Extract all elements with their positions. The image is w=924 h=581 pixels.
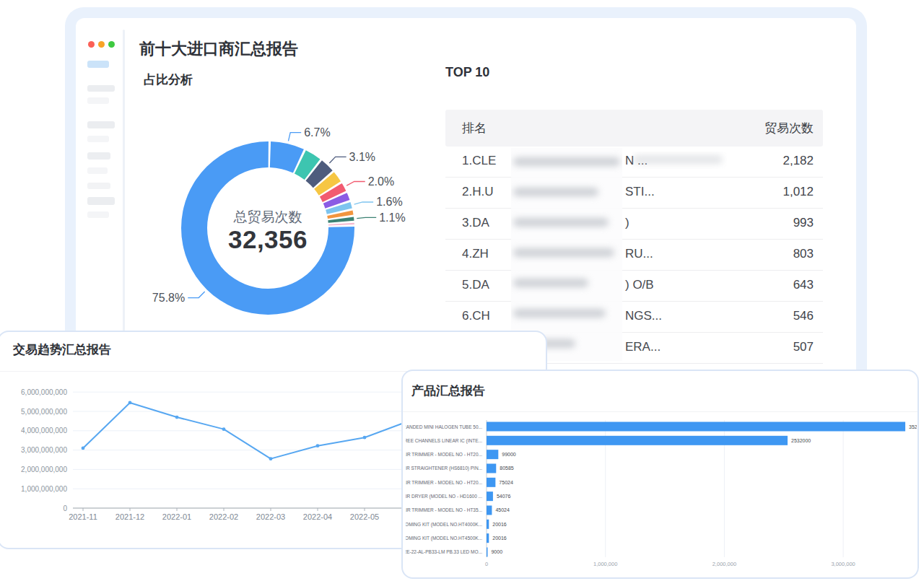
bar: [487, 450, 498, 459]
y-axis-tick-label: 4,000,000,000: [21, 427, 67, 434]
redacted-text: [513, 218, 609, 227]
sidebar-item-skeleton: [87, 85, 115, 92]
redacted-text: [513, 248, 614, 257]
bar: [487, 505, 492, 515]
x-axis-tick-label: 2021-12: [116, 512, 144, 521]
trade-count: 643: [793, 278, 814, 292]
bar: [487, 492, 493, 501]
column-header-trades: 贸易次数: [764, 120, 814, 136]
x-axis-tick-label: 2022-01: [162, 512, 191, 521]
redacted-blur-extra: [632, 152, 727, 169]
redacted-text: [513, 188, 598, 196]
donut-center-value: 32,356: [196, 225, 340, 254]
donut-callout-line: [329, 157, 346, 163]
bar-category-label: HRE-22-AL-PB33-LM PB.33 LED MO...: [406, 549, 482, 554]
bar-value-label: 45024: [495, 507, 510, 512]
sidebar-item-skeleton: [87, 167, 108, 174]
bar-category-label: HAIR TRIMMER - MODEL NO - HT35...: [406, 507, 482, 512]
product-window-title: 产品汇总报告: [411, 383, 485, 399]
minimize-window-dot[interactable]: [98, 41, 105, 48]
bar: [487, 463, 496, 473]
trend-window-title: 交易趋势汇总报告: [13, 341, 111, 358]
donut-callout-line: [188, 292, 204, 298]
bar-value-label: 20016: [492, 522, 507, 527]
bar-value-label: 9000: [491, 549, 502, 554]
importer-name-suffix: ): [625, 216, 629, 230]
bar: [487, 520, 489, 529]
importer-name-prefix: 1.CLE: [462, 154, 496, 168]
y-axis-tick-label: 6,000,000,000: [21, 388, 67, 396]
trade-count: 2,182: [783, 154, 814, 168]
sidebar-item-skeleton: [87, 97, 109, 104]
trade-count: 507: [793, 340, 814, 354]
data-point: [175, 416, 179, 419]
x-axis-tick-label: 1,000,000: [593, 561, 617, 567]
data-point: [269, 457, 273, 460]
bar: [487, 422, 905, 432]
data-point: [82, 447, 85, 450]
column-header-rank: 排名: [462, 120, 487, 136]
redacted-text: [513, 157, 620, 166]
bar-category-label: HAIR TRIMMER - MODEL NO - HT20...: [406, 480, 482, 485]
sidebar-item-skeleton: [87, 197, 115, 205]
importer-name-prefix: 2.H.U: [462, 185, 493, 199]
redacted-text: [513, 309, 606, 318]
y-axis-tick-label: 1,000,000,000: [21, 485, 67, 493]
sidebar-item-skeleton: [87, 136, 109, 142]
y-axis-tick-label: 2,000,000,000: [21, 466, 67, 473]
bar-value-label: 20016: [492, 536, 507, 541]
trade-count: 1,012: [783, 185, 814, 199]
importer-name-prefix: 5.DA: [462, 278, 489, 292]
data-point: [128, 401, 132, 405]
redacted-blur-band: [511, 148, 622, 361]
x-axis-tick-label: 0: [485, 561, 488, 567]
product-bar-chart: 01,000,0002,000,0003,000,000UNBRANDED MI…: [406, 419, 917, 576]
y-axis-tick-label: 3,000,000,000: [21, 446, 67, 454]
x-axis-tick-label: 2022-03: [256, 512, 285, 521]
top10-table-header: 排名 贸易次数: [445, 110, 823, 147]
donut-slice-label: 6.7%: [304, 126, 330, 139]
table-row: 4.ZHRU...803: [445, 240, 823, 271]
donut-center-label: 总贸易次数: [196, 208, 340, 227]
bar-category-label: HAIR DRYER (MODEL NO - HD1600 ...: [406, 494, 482, 499]
sidebar-item-skeleton: [87, 121, 115, 128]
table-row: 6.CHNGS...546: [445, 302, 823, 333]
desktop: 前十大进口商汇总报告 占比分析 6.7%3.1%2.0%1.6%1.1%75.8…: [0, 0, 924, 581]
maximize-window-dot[interactable]: [108, 41, 115, 48]
bar-value-label: 99000: [502, 452, 516, 457]
bar-value-label: 75024: [499, 480, 513, 485]
donut-callout-line: [357, 217, 376, 218]
top10-table: 排名 贸易次数 1.CLEN ...2,1822.H.USTI...1,0123…: [445, 110, 823, 364]
donut-slice-label: 1.1%: [379, 211, 405, 224]
bar-category-label: GROOMING KIT (MODEL NO.HT4500K...: [406, 536, 482, 541]
sidebar-item-active-skeleton: [87, 61, 109, 68]
importer-name-prefix: 4.ZH: [462, 247, 489, 261]
donut-slice-label: 1.6%: [376, 196, 402, 208]
table-row: 2.H.USTI...1,012: [445, 178, 823, 209]
bar: [487, 533, 489, 543]
data-point: [363, 436, 367, 440]
divider: [403, 411, 918, 412]
trade-count: 993: [793, 216, 814, 230]
importer-name-suffix: RU...: [625, 247, 653, 261]
donut-slice-label: 3.1%: [349, 151, 375, 163]
close-window-dot[interactable]: [88, 41, 95, 48]
bar-category-label: HAIR TRIMMER - MODEL NO - HT20...: [406, 452, 482, 457]
page-title: 前十大进口商汇总报告: [139, 38, 298, 60]
x-axis-tick-label: 2022-05: [350, 512, 379, 521]
importer-name-suffix: STI...: [625, 185, 655, 199]
sidebar-item-skeleton: [87, 152, 110, 160]
top10-title: TOP 10: [445, 65, 489, 80]
bar-value-label: 2532000: [791, 438, 811, 443]
x-axis-tick-label: 2,000,000: [712, 561, 736, 567]
importer-name-prefix: 6.CH: [462, 309, 490, 323]
bar-value-label: 80585: [500, 466, 514, 471]
trade-count: 546: [793, 309, 814, 323]
donut-callout-line: [354, 202, 374, 204]
product-report-window: 产品汇总报告 01,000,0002,000,0003,000,000UNBRA…: [401, 370, 919, 579]
bar-value-label: 54076: [497, 494, 511, 499]
x-axis-tick-label: 2022-02: [209, 512, 238, 521]
y-axis-tick-label: 0: [63, 504, 67, 512]
donut-callout-line: [346, 181, 365, 185]
sidebar-item-skeleton: [87, 183, 110, 189]
